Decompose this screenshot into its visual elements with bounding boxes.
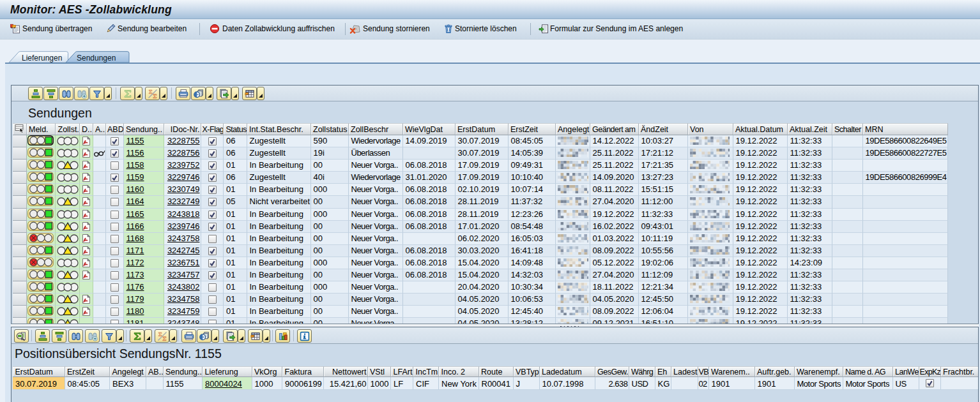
svg-text:Lieferungen: Lieferungen — [22, 54, 62, 63]
svg-text:Sendungen: Sendungen — [77, 54, 116, 63]
